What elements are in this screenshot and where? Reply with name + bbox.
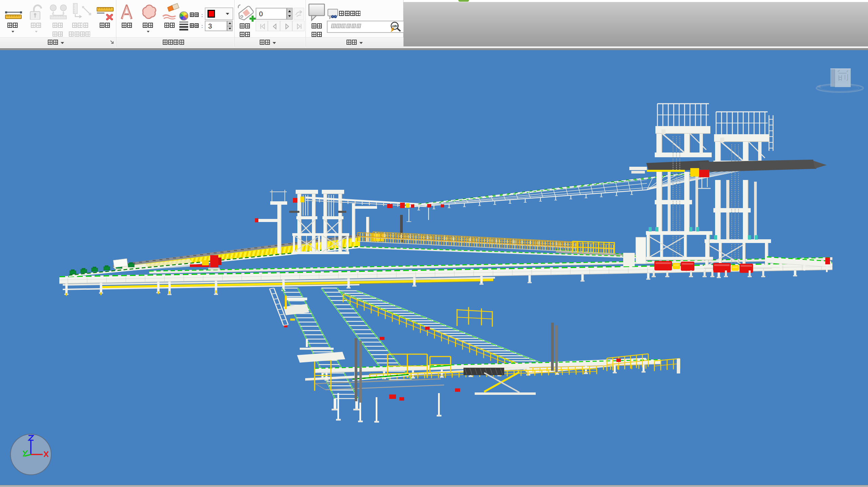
svg-text:ABC: ABC (392, 24, 399, 28)
